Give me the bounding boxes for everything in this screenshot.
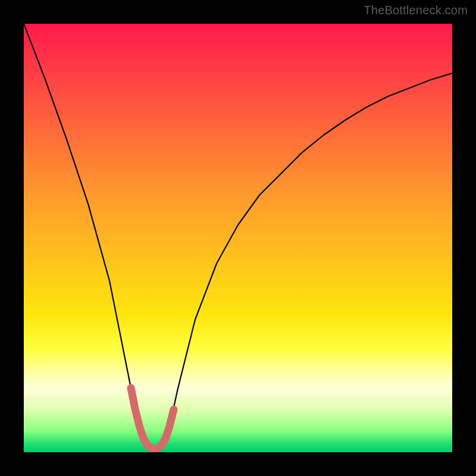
watermark-text: TheBottleneck.com <box>364 4 468 17</box>
plot-area <box>24 24 452 452</box>
curve-layer <box>24 24 452 452</box>
highlight-valley <box>131 388 174 449</box>
chart-frame: TheBottleneck.com <box>0 0 476 476</box>
bottleneck-curve <box>24 24 452 449</box>
